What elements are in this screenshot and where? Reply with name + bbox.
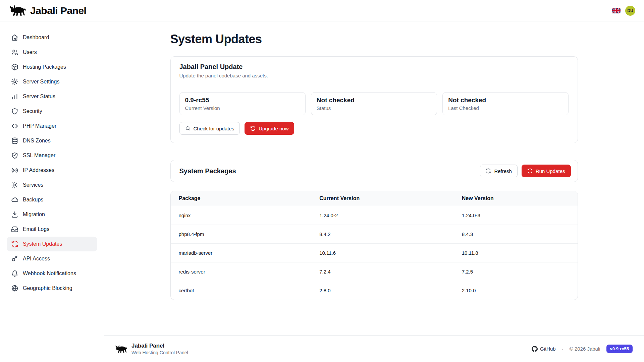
panel-update-card-header: Jabali Panel Update Update the panel cod…	[171, 57, 578, 84]
sidebar-item-server-settings[interactable]: Server Settings	[7, 74, 97, 89]
sidebar-item-php-manager[interactable]: PHP Manager	[7, 119, 97, 133]
update-actions: Check for updates Upgrade now	[179, 122, 569, 135]
sidebar-item-label: API Access	[23, 256, 50, 262]
sidebar-item-security[interactable]: Security	[7, 104, 97, 119]
inbox-icon	[11, 226, 18, 233]
sidebar-item-email-logs[interactable]: Email Logs	[7, 222, 97, 237]
sidebar-item-label: Users	[23, 49, 37, 55]
sidebar-item-label: IP Addresses	[23, 167, 54, 173]
sidebar-item-label: Hosting Packages	[23, 64, 66, 70]
refresh-button[interactable]: Refresh	[480, 165, 518, 177]
stat-status: Not checked Status	[311, 92, 437, 115]
cloud-icon	[11, 196, 18, 203]
brand[interactable]: Jabali Panel	[9, 5, 86, 16]
cog-icon	[11, 181, 18, 189]
stat-value: 0.9-rc55	[185, 97, 300, 104]
package-icon	[11, 63, 18, 71]
panel-update-card-body: 0.9-rc55 Current Version Not checked Sta…	[171, 84, 578, 143]
page-title: System Updates	[170, 32, 578, 46]
sidebar-item-api-access[interactable]: API Access	[7, 251, 97, 266]
sidebar-item-dashboard[interactable]: Dashboard	[7, 30, 97, 45]
refresh-icon	[11, 240, 18, 248]
key-icon	[11, 255, 18, 262]
sidebar-item-backups[interactable]: Backups	[7, 192, 97, 207]
bar-chart-icon	[11, 93, 18, 100]
cell-current-version: 10.11.6	[311, 244, 454, 262]
table-row-certbot: certbot 2.8.0 2.10.0	[171, 281, 578, 300]
app-header: Jabali Panel DU	[0, 0, 644, 21]
cell-current-version: 8.4.2	[311, 225, 454, 244]
panel-update-subtitle: Update the panel codebase and assets.	[179, 73, 569, 78]
footer: Jabali Panel Web Hosting Control Panel G…	[104, 335, 644, 362]
table-row-nginx: nginx 1.24.0-2 1.24.0-3	[171, 206, 578, 225]
header-actions: DU	[612, 6, 635, 16]
bull-logo-icon	[9, 5, 26, 16]
footer-brand-title: Jabali Panel	[131, 343, 188, 349]
gear-icon	[11, 78, 18, 85]
col-header-package: Package	[171, 191, 312, 206]
sidebar-item-ssl-manager[interactable]: SSL Manager	[7, 148, 97, 163]
sidebar-item-label: Webhook Notifications	[23, 270, 76, 277]
sidebar-item-users[interactable]: Users	[7, 45, 97, 60]
upgrade-now-label: Upgrade now	[259, 126, 288, 131]
language-flag-icon[interactable]	[612, 8, 621, 13]
sidebar: Dashboard Users Hosting Packages Server …	[0, 21, 104, 362]
col-header-current-version: Current Version	[311, 191, 454, 206]
run-updates-label: Run Updates	[536, 168, 565, 174]
sidebar-item-server-status[interactable]: Server Status	[7, 89, 97, 104]
sidebar-item-services[interactable]: Services	[7, 178, 97, 192]
system-packages-bar: System Packages Refresh Run Updates	[170, 160, 578, 182]
sidebar-item-label: Server Settings	[23, 79, 59, 85]
refresh-icon	[527, 168, 533, 174]
stat-last-checked: Not checked Last Checked	[442, 92, 569, 115]
database-icon	[11, 137, 18, 144]
table-row-mariadb: mariadb-server 10.11.6 10.11.8	[171, 244, 578, 262]
sidebar-item-webhook-notifications[interactable]: Webhook Notifications	[7, 266, 97, 281]
bell-icon	[11, 270, 18, 277]
brand-title: Jabali Panel	[30, 5, 86, 16]
sidebar-item-migration[interactable]: Migration	[7, 207, 97, 222]
run-updates-button[interactable]: Run Updates	[522, 165, 571, 177]
packages-table-card: Package Current Version New Version ngin…	[170, 191, 578, 300]
cell-new-version: 10.11.8	[454, 244, 578, 262]
sidebar-item-dns-zones[interactable]: DNS Zones	[7, 133, 97, 148]
panel-update-title: Jabali Panel Update	[179, 63, 569, 71]
main-area: System Updates Jabali Panel Update Updat…	[104, 21, 644, 362]
cell-current-version: 2.8.0	[311, 281, 454, 300]
cell-new-version: 2.10.0	[454, 281, 578, 300]
panel-update-card: Jabali Panel Update Update the panel cod…	[170, 56, 578, 143]
sidebar-item-ip-addresses[interactable]: IP Addresses	[7, 163, 97, 178]
users-icon	[11, 49, 18, 56]
refresh-label: Refresh	[494, 168, 512, 174]
sidebar-item-geographic-blocking[interactable]: Geographic Blocking	[7, 281, 97, 296]
sidebar-item-system-updates[interactable]: System Updates	[7, 237, 97, 251]
sidebar-item-hosting-packages[interactable]: Hosting Packages	[7, 60, 97, 74]
user-avatar[interactable]: DU	[625, 6, 635, 16]
check-for-updates-label: Check for updates	[194, 126, 234, 131]
check-for-updates-button[interactable]: Check for updates	[179, 122, 240, 135]
upgrade-now-button[interactable]: Upgrade now	[245, 122, 294, 135]
code-icon	[11, 122, 18, 130]
sidebar-item-label: System Updates	[23, 241, 62, 247]
download-icon	[11, 211, 18, 218]
github-label: GitHub	[540, 346, 556, 352]
sidebar-item-label: Dashboard	[23, 35, 49, 41]
cell-new-version: 7.2.5	[454, 262, 578, 281]
col-header-new-version: New Version	[454, 191, 578, 206]
shield-icon	[11, 108, 18, 115]
cell-current-version: 7.2.4	[311, 262, 454, 281]
system-packages-title: System Packages	[179, 167, 236, 175]
stat-label: Last Checked	[448, 105, 563, 111]
cell-package: mariadb-server	[171, 244, 312, 262]
stat-label: Current Version	[185, 105, 300, 111]
cell-package: certbot	[171, 281, 312, 300]
sidebar-item-label: Migration	[23, 212, 45, 218]
cell-package: php8.4-fpm	[171, 225, 312, 244]
github-link[interactable]: GitHub	[532, 346, 556, 352]
refresh-icon	[250, 126, 256, 131]
update-stats-row: 0.9-rc55 Current Version Not checked Sta…	[179, 92, 569, 115]
sidebar-item-label: DNS Zones	[23, 138, 51, 144]
stat-current-version: 0.9-rc55 Current Version	[179, 92, 306, 115]
sidebar-item-label: Geographic Blocking	[23, 285, 72, 291]
table-row-redis: redis-server 7.2.4 7.2.5	[171, 262, 578, 281]
